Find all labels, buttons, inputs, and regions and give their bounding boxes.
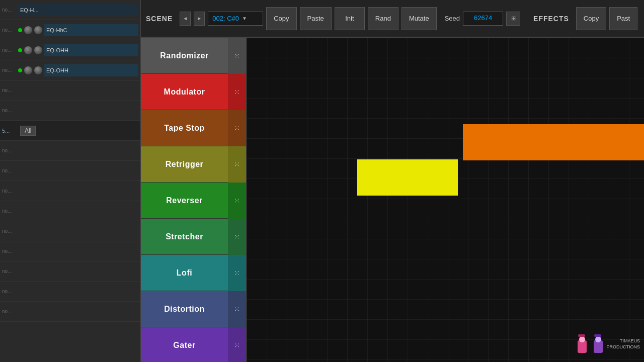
seed-input[interactable]: 62674 xyxy=(463,12,503,26)
track-knob-1b[interactable] xyxy=(34,26,42,34)
effect-row-gater: Gater ⁙ xyxy=(141,327,246,362)
stretcher-icon-button[interactable]: ⁙ xyxy=(228,219,246,255)
distortion-label: Distortion xyxy=(164,305,205,314)
gater-label: Gater xyxy=(173,341,195,350)
track-label-15: no... xyxy=(2,309,16,314)
track-name-3: EQ-OHH xyxy=(44,64,138,76)
nav-next-button[interactable]: ► xyxy=(194,12,205,26)
track-knob-2b[interactable] xyxy=(34,46,42,54)
scene-dropdown[interactable]: 002: C#0 ▼ xyxy=(208,12,263,26)
toolbar: SCENE ◄ ► 002: C#0 ▼ Copy Paste Init Ran… xyxy=(141,0,644,38)
effects-copy-button[interactable]: Copy xyxy=(576,7,606,30)
track-led-1[interactable] xyxy=(18,28,22,32)
randomizer-button[interactable]: Randomizer xyxy=(141,38,228,73)
modulator-label: Modulator xyxy=(164,87,205,97)
track-label-11: no... xyxy=(2,228,16,234)
track-knob-3a[interactable] xyxy=(24,66,32,74)
tapestop-icon-button[interactable]: ⁙ xyxy=(228,110,246,146)
gater-icon-button[interactable]: ⁙ xyxy=(228,327,246,362)
rand-button[interactable]: Rand xyxy=(368,7,398,30)
yellow-block[interactable] xyxy=(357,159,458,196)
modulator-icon-button[interactable]: ⁙ xyxy=(228,74,246,110)
stretcher-label: Stretcher xyxy=(166,232,203,241)
track-led-2[interactable] xyxy=(18,48,22,52)
retrigger-label: Retrigger xyxy=(166,160,204,169)
retrigger-button[interactable]: Retrigger xyxy=(141,146,228,182)
track-label-5: no... xyxy=(2,108,16,113)
track-label-14: no... xyxy=(2,289,16,294)
track-label-8: no... xyxy=(2,168,16,173)
track-knob-2a[interactable] xyxy=(24,46,32,54)
distortion-button[interactable]: Distortion xyxy=(141,291,228,327)
lofi-icon-button[interactable]: ⁙ xyxy=(228,255,246,291)
track-10: no... xyxy=(0,201,140,221)
effect-row-tapestop: Tape Stop ⁙ xyxy=(141,110,246,146)
track-label-2: no... xyxy=(2,47,16,53)
distortion-icon-button[interactable]: ⁙ xyxy=(228,291,246,327)
effect-row-randomizer: Randomizer ⁙ xyxy=(141,38,246,74)
gater-icon: ⁙ xyxy=(234,341,240,349)
track-1: no... EQ-HhC xyxy=(0,20,140,40)
track-5: no... xyxy=(0,101,140,121)
grid-canvas xyxy=(247,38,644,362)
track-label-0: no... xyxy=(2,7,16,13)
track-name-header: EQ-H... xyxy=(18,4,138,16)
track-knob-1a[interactable] xyxy=(24,26,32,34)
paste-button[interactable]: Paste xyxy=(300,7,332,30)
track-label-1: no... xyxy=(2,27,16,33)
stretcher-icon: ⁙ xyxy=(234,233,240,241)
seed-icon-button[interactable]: ⊞ xyxy=(506,12,520,26)
track-13: no... xyxy=(0,261,140,282)
tapestop-button[interactable]: Tape Stop xyxy=(141,110,228,146)
watermark-text: TIMAEUS PRODUCTIONS xyxy=(606,338,640,350)
copy-button[interactable]: Copy xyxy=(266,7,296,30)
track-11: no... xyxy=(0,221,140,241)
scene-label: SCENE xyxy=(146,15,173,23)
effects-panel: Randomizer ⁙ Modulator ⁙ Tape Stop ⁙ xyxy=(141,38,247,362)
reverser-button[interactable]: Reverser xyxy=(141,183,228,218)
tapestop-icon: ⁙ xyxy=(234,124,240,132)
track-knob-3b[interactable] xyxy=(34,66,42,74)
orange-block[interactable] xyxy=(463,124,644,160)
effects-paste-button[interactable]: Past xyxy=(609,7,637,30)
seed-label: Seed xyxy=(445,15,460,22)
mutate-button[interactable]: Mutate xyxy=(401,7,437,30)
lofi-button[interactable]: Lofi xyxy=(141,255,228,291)
randomizer-icon-button[interactable]: ⁙ xyxy=(228,38,246,74)
track-9: no... xyxy=(0,181,140,201)
svg-rect-5 xyxy=(584,345,586,351)
svg-rect-4 xyxy=(578,345,581,351)
track-name-2: EQ-OHH xyxy=(44,44,138,56)
scene-value: 002: C#0 xyxy=(212,15,239,22)
track-label-7: no... xyxy=(2,148,16,153)
watermark-icon xyxy=(577,330,604,358)
init-button[interactable]: Init xyxy=(335,7,365,30)
grid-area[interactable] xyxy=(247,38,644,362)
track-header: no... EQ-H... xyxy=(0,0,140,20)
dropdown-arrow-icon: ▼ xyxy=(242,16,247,21)
stretcher-button[interactable]: Stretcher xyxy=(141,219,228,254)
effects-label: EFFECTS xyxy=(533,15,569,23)
track-2: no... EQ-OHH xyxy=(0,40,140,60)
modulator-button[interactable]: Modulator xyxy=(141,74,228,110)
svg-rect-10 xyxy=(578,334,585,337)
track-label-4: no... xyxy=(2,87,16,93)
watermark-line2: PRODUCTIONS xyxy=(606,344,640,350)
track-12: no... xyxy=(0,241,140,261)
svg-rect-7 xyxy=(595,336,601,342)
track-7: no... xyxy=(0,141,140,161)
reverser-icon: ⁙ xyxy=(234,197,240,205)
all-button[interactable]: All xyxy=(20,126,36,136)
randomizer-icon: ⁙ xyxy=(234,52,240,60)
effect-row-retrigger: Retrigger ⁙ xyxy=(141,146,246,183)
track-led-3[interactable] xyxy=(18,68,22,72)
nav-prev-button[interactable]: ◄ xyxy=(180,12,191,26)
track-all: 5... All xyxy=(0,121,140,141)
gater-button[interactable]: Gater xyxy=(141,327,228,362)
svg-rect-3 xyxy=(579,336,585,342)
effect-row-stretcher: Stretcher ⁙ xyxy=(141,219,246,255)
effect-row-modulator: Modulator ⁙ xyxy=(141,74,246,110)
track-label-12: no... xyxy=(2,248,16,254)
reverser-icon-button[interactable]: ⁙ xyxy=(228,183,246,219)
retrigger-icon-button[interactable]: ⁙ xyxy=(228,146,246,183)
